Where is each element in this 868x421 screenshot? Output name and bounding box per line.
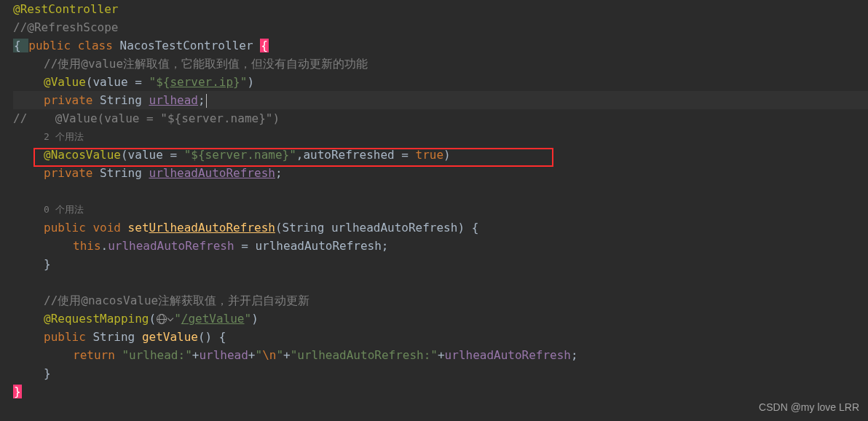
- comment: //@RefreshScope: [13, 20, 119, 34]
- string: "${server.name}": [184, 148, 296, 162]
- brace-highlight: {: [260, 39, 269, 52]
- string: ": [174, 312, 181, 326]
- blank-line: [13, 182, 868, 200]
- watermark: CSDN @my love LRR: [759, 398, 859, 417]
- paren: ): [443, 148, 451, 162]
- paren: (: [275, 221, 283, 235]
- type: String: [92, 330, 141, 344]
- annotation: @RequestMapping: [44, 312, 149, 326]
- code-line: @Value(value = "${server.ip}"): [13, 73, 868, 91]
- paren: ): [247, 75, 254, 89]
- comment: //使用@nacosValue注解获取值，并开启自动更新: [44, 294, 309, 307]
- code-line: //@RefreshScope: [13, 18, 868, 36]
- string-link[interactable]: server.ip: [170, 75, 233, 89]
- usage-hint-text: 2 个用法: [44, 131, 84, 142]
- comma: ,: [296, 148, 304, 162]
- code-editor[interactable]: @RestController //@RefreshScope { public…: [13, 0, 868, 401]
- space: [212, 330, 219, 344]
- semicolon: ;: [571, 348, 578, 362]
- comment: //: [13, 111, 55, 125]
- paren: ): [251, 312, 259, 326]
- keyword: return: [73, 348, 122, 362]
- code-line: @RestController: [13, 0, 868, 18]
- brace: }: [44, 366, 51, 380]
- operator: +: [283, 348, 291, 362]
- usage-hint[interactable]: 2 个用法: [13, 127, 868, 146]
- chevron-down-icon[interactable]: [167, 315, 173, 321]
- keyword: private: [44, 93, 100, 107]
- paren: (): [198, 330, 212, 344]
- brace: {: [472, 221, 479, 235]
- keyword: public: [28, 39, 77, 52]
- operator: =: [234, 239, 256, 253]
- keyword: public: [44, 221, 92, 235]
- field: urlheadAutoRefresh: [149, 166, 275, 180]
- paren: (: [86, 75, 93, 89]
- semicolon: ;: [382, 239, 389, 253]
- code-line: this.urlheadAutoRefresh = urlheadAutoRef…: [13, 237, 868, 255]
- caret: [206, 94, 207, 108]
- attr-name: autoRefreshed =: [303, 148, 415, 162]
- code-line: // @Value(value = "${server.name}"): [13, 109, 868, 127]
- globe-icon[interactable]: [157, 314, 167, 324]
- operator: +: [192, 348, 200, 362]
- paren: ): [457, 221, 471, 235]
- code-line-current: private String urlhead;: [13, 91, 868, 109]
- code-line: public void setUrlheadAutoRefresh(String…: [13, 219, 868, 237]
- operator: +: [438, 348, 445, 362]
- keyword: true: [416, 148, 444, 162]
- string: }": [233, 75, 247, 89]
- code-line: public String getValue() {: [13, 328, 868, 346]
- watermark-text: CSDN @my love LRR: [759, 401, 859, 413]
- attr-name: value =: [92, 75, 149, 89]
- string: ": [276, 348, 283, 362]
- attr-name: value =: [128, 148, 184, 162]
- brace-open: {: [13, 39, 28, 52]
- code-line: //使用@value注解取值，它能取到值，但没有自动更新的功能: [13, 55, 868, 73]
- method-name: UrlheadAutoRefresh: [149, 221, 275, 235]
- comment: //使用@value注解取值，它能取到值，但没有自动更新的功能: [44, 57, 368, 71]
- code-line: @RequestMapping("/getValue"): [13, 310, 868, 328]
- code-line: //使用@nacosValue注解获取值，并开启自动更新: [13, 291, 868, 310]
- string: "urlheadAutoRefresh:": [291, 348, 438, 362]
- usage-hint[interactable]: 0 个用法: [13, 200, 868, 219]
- annotation: @NacosValue: [44, 148, 121, 162]
- keyword: this: [73, 239, 101, 253]
- string: ": [255, 348, 262, 362]
- field: urlheadAutoRefresh: [108, 239, 234, 253]
- class-name: NacosTestController: [120, 39, 261, 52]
- dot: .: [101, 239, 108, 253]
- string-link[interactable]: /getValue: [181, 312, 245, 326]
- code-line: @NacosValue(value = "${server.name}",aut…: [13, 146, 868, 164]
- escape-char: \n: [262, 348, 276, 362]
- annotation: @Value: [44, 75, 86, 89]
- method-name: set: [128, 221, 149, 235]
- code-line: private String urlheadAutoRefresh;: [13, 164, 868, 182]
- brace: {: [219, 330, 226, 344]
- type: String: [283, 221, 331, 235]
- string: "${: [149, 75, 170, 89]
- type: String: [100, 93, 149, 107]
- field: urlhead: [199, 348, 248, 362]
- annotation: @RestController: [13, 2, 119, 16]
- blank-line: [13, 273, 868, 291]
- semicolon: ;: [275, 166, 283, 180]
- parameter: urlheadAutoRefresh: [255, 239, 381, 253]
- method-name: getValue: [142, 330, 198, 344]
- keyword: private: [44, 166, 100, 180]
- string: ": [244, 312, 251, 326]
- comment: @Value(value = "${server.name}"): [55, 111, 280, 125]
- code-line: return "urlhead:"+urlhead+"\n"+"urlheadA…: [13, 346, 868, 364]
- code-line: }: [13, 364, 868, 382]
- usage-hint-text: 0 个用法: [44, 204, 84, 215]
- code-line: { public class NacosTestController {: [13, 36, 868, 55]
- field: urlhead: [149, 93, 198, 107]
- brace-highlight: }: [13, 385, 22, 398]
- field: urlheadAutoRefresh: [445, 348, 571, 362]
- semicolon: ;: [198, 93, 205, 107]
- brace: }: [44, 257, 51, 271]
- keyword: class: [78, 39, 120, 52]
- paren: (: [121, 148, 128, 162]
- code-line: }: [13, 382, 868, 401]
- string: "urlhead:": [122, 348, 192, 362]
